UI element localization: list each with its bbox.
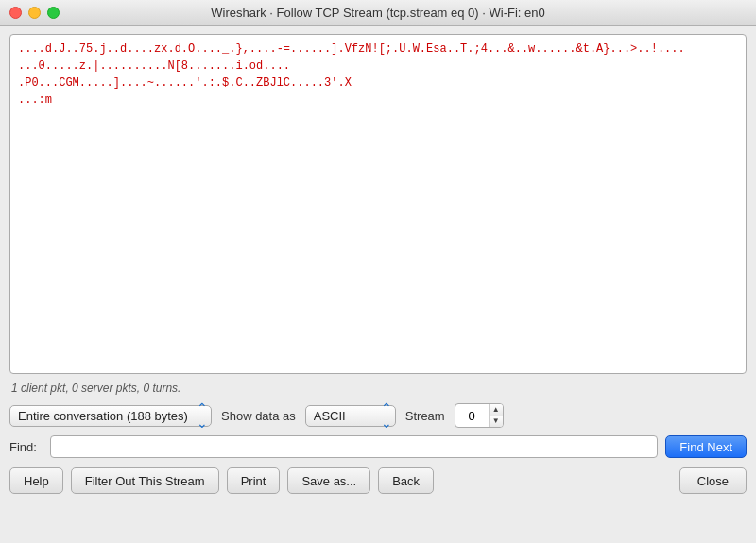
find-label: Find: — [9, 440, 43, 454]
filter-out-button[interactable]: Filter Out This Stream — [71, 467, 219, 494]
main-content: ....d.J..75.j..d....zx.d.O...._.},....-=… — [0, 26, 756, 494]
conversation-dropdown[interactable]: Entire conversation (188 bytes) Client o… — [9, 405, 212, 427]
stream-value-input[interactable] — [455, 409, 489, 423]
status-text: 1 client pkt, 0 server pkts, 0 turns. — [11, 382, 180, 395]
minimize-window-button[interactable] — [28, 7, 41, 19]
show-data-dropdown[interactable]: ASCII Hex Dump EBCDIC Hex C Arrays Raw U… — [305, 405, 396, 427]
server-pkt-count: 0 — [72, 382, 78, 395]
window-title: Wireshark · Follow TCP Stream (tcp.strea… — [211, 6, 545, 20]
title-bar: Wireshark · Follow TCP Stream (tcp.strea… — [0, 0, 756, 26]
bottom-left-buttons: Help Filter Out This Stream Print Save a… — [9, 467, 434, 494]
stream-spinner-arrows: ▲ ▼ — [489, 404, 503, 427]
find-row: Find: Find Next — [9, 435, 747, 458]
find-input[interactable] — [50, 435, 658, 458]
status-line: 1 client pkt, 0 server pkts, 0 turns. — [9, 379, 747, 398]
close-button[interactable]: Close — [679, 467, 747, 494]
close-window-button[interactable] — [9, 7, 22, 19]
save-as-button[interactable]: Save as... — [287, 467, 370, 494]
stream-display[interactable]: ....d.J..75.j..d....zx.d.O...._.},....-=… — [9, 34, 747, 374]
stream-increment-button[interactable]: ▲ — [490, 404, 503, 416]
window-controls — [9, 7, 60, 19]
maximize-window-button[interactable] — [47, 7, 60, 19]
print-button[interactable]: Print — [227, 467, 281, 494]
conversation-dropdown-container: Entire conversation (188 bytes) Client o… — [9, 405, 212, 427]
bottom-row: Help Filter Out This Stream Print Save a… — [9, 467, 747, 494]
help-button[interactable]: Help — [9, 467, 63, 494]
show-data-dropdown-container: ASCII Hex Dump EBCDIC Hex C Arrays Raw U… — [305, 405, 396, 427]
client-pkt-count: 1 — [11, 382, 18, 395]
show-data-label: Show data as — [221, 409, 296, 423]
stream-label: Stream — [405, 409, 445, 423]
turns-count: 0 — [143, 382, 149, 395]
find-next-button[interactable]: Find Next — [665, 435, 747, 458]
stream-spinner: ▲ ▼ — [455, 403, 504, 428]
controls-row: Entire conversation (188 bytes) Client o… — [9, 403, 747, 428]
back-button[interactable]: Back — [378, 467, 434, 494]
stream-decrement-button[interactable]: ▼ — [490, 416, 503, 428]
